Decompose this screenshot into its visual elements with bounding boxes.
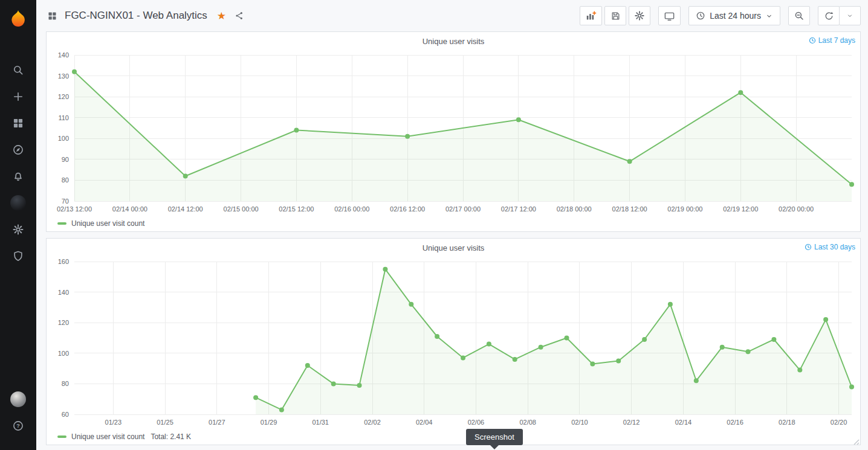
svg-text:90: 90 bbox=[62, 156, 69, 163]
user-avatar-image bbox=[10, 391, 26, 407]
svg-text:02/20: 02/20 bbox=[831, 419, 847, 426]
time-series-chart-30d[interactable]: 01/2301/2501/2701/2901/3102/0202/0402/06… bbox=[47, 257, 860, 429]
cycle-view-mode-button[interactable] bbox=[658, 6, 681, 25]
panel-legend: Unique user visit count Total: 2.41 K bbox=[47, 429, 860, 445]
search-icon[interactable] bbox=[0, 57, 36, 83]
svg-text:140: 140 bbox=[58, 289, 69, 296]
apps-icon bbox=[47, 11, 57, 21]
panel-time-range-link[interactable]: Last 7 days bbox=[809, 36, 855, 45]
main-area: FGC-NGINX01 - Web Analytics ★ bbox=[36, 0, 868, 450]
panel-header: Unique user visits Last 30 days bbox=[47, 239, 860, 257]
svg-text:100: 100 bbox=[58, 135, 69, 142]
svg-text:02/17 12:00: 02/17 12:00 bbox=[501, 205, 536, 213]
svg-text:02/06: 02/06 bbox=[468, 419, 485, 426]
svg-text:60: 60 bbox=[62, 411, 69, 418]
svg-text:80: 80 bbox=[62, 380, 69, 387]
time-picker-button[interactable]: Last 24 hours bbox=[688, 6, 780, 25]
svg-text:02/12: 02/12 bbox=[623, 419, 640, 426]
save-dashboard-button[interactable] bbox=[604, 6, 626, 25]
star-favorite-icon[interactable]: ★ bbox=[217, 11, 226, 21]
refresh-button[interactable] bbox=[818, 6, 840, 25]
svg-text:120: 120 bbox=[58, 319, 69, 326]
tv-icon bbox=[664, 10, 675, 22]
toolbar: Last 24 hours bbox=[580, 6, 861, 25]
svg-text:?: ? bbox=[16, 423, 20, 429]
svg-text:01/25: 01/25 bbox=[157, 419, 173, 426]
share-icon[interactable] bbox=[235, 11, 244, 21]
svg-text:02/19 00:00: 02/19 00:00 bbox=[667, 205, 702, 213]
legend-total: Total: 2.41 K bbox=[151, 432, 191, 441]
svg-text:02/02: 02/02 bbox=[364, 419, 381, 426]
svg-text:02/18: 02/18 bbox=[779, 419, 795, 426]
add-panel-icon bbox=[585, 10, 597, 22]
add-panel-button[interactable] bbox=[580, 6, 602, 25]
svg-text:02/15 12:00: 02/15 12:00 bbox=[279, 205, 314, 213]
panel-unique-user-visits-30d: Unique user visits Last 30 days 01/2301/… bbox=[46, 238, 861, 445]
grafana-app: ? FGC-NGINX01 - Web Analytics ★ bbox=[0, 0, 868, 450]
clock-icon bbox=[805, 243, 812, 251]
svg-text:02/20 00:00: 02/20 00:00 bbox=[779, 205, 814, 213]
svg-text:02/14: 02/14 bbox=[675, 419, 692, 426]
chart-container: 01/2301/2501/2701/2901/3102/0202/0402/06… bbox=[47, 257, 860, 429]
svg-text:01/27: 01/27 bbox=[209, 419, 225, 426]
clock-icon bbox=[696, 11, 705, 21]
zoom-out-button[interactable] bbox=[788, 6, 810, 25]
zoom-out-icon bbox=[794, 10, 805, 21]
panel-legend: Unique user visit count bbox=[47, 216, 860, 231]
legend-series-swatch bbox=[57, 436, 66, 438]
svg-text:02/18 12:00: 02/18 12:00 bbox=[612, 205, 647, 213]
dashboard-settings-button[interactable] bbox=[629, 6, 650, 25]
panel-title[interactable]: Unique user visits bbox=[423, 37, 485, 46]
org-avatar[interactable] bbox=[0, 190, 36, 216]
legend-series-label[interactable]: Unique user visit count bbox=[71, 432, 144, 441]
explore-compass-icon[interactable] bbox=[0, 137, 36, 163]
panel-time-range-text: Last 30 days bbox=[814, 243, 855, 251]
chevron-down-icon bbox=[765, 12, 773, 20]
panel-resize-handle[interactable] bbox=[852, 437, 860, 444]
dashboards-icon[interactable] bbox=[0, 110, 36, 137]
refresh-interval-dropdown[interactable] bbox=[839, 6, 861, 25]
panel-time-range-link[interactable]: Last 30 days bbox=[805, 243, 855, 251]
svg-text:02/18 00:00: 02/18 00:00 bbox=[557, 205, 592, 213]
dashboard-header: FGC-NGINX01 - Web Analytics ★ bbox=[36, 0, 868, 31]
svg-text:02/14 12:00: 02/14 12:00 bbox=[168, 205, 203, 213]
svg-text:160: 160 bbox=[58, 258, 69, 265]
svg-text:130: 130 bbox=[58, 72, 69, 80]
svg-text:120: 120 bbox=[58, 93, 69, 100]
chevron-down-icon bbox=[846, 12, 853, 19]
svg-text:140: 140 bbox=[58, 51, 69, 59]
panel-title[interactable]: Unique user visits bbox=[423, 243, 485, 252]
add-icon[interactable] bbox=[0, 83, 36, 110]
grafana-logo[interactable] bbox=[9, 5, 27, 31]
configuration-gear-icon[interactable] bbox=[0, 216, 36, 243]
help-icon[interactable]: ? bbox=[0, 413, 36, 439]
svg-text:02/04: 02/04 bbox=[416, 419, 433, 426]
time-series-chart-7d[interactable]: 02/13 12:0002/14 00:0002/14 12:0002/15 0… bbox=[47, 50, 860, 216]
screenshot-tooltip[interactable]: Screenshot bbox=[466, 429, 523, 445]
alerting-bell-icon[interactable] bbox=[0, 163, 36, 190]
svg-text:02/10: 02/10 bbox=[571, 419, 588, 426]
svg-text:70: 70 bbox=[62, 198, 69, 205]
user-avatar[interactable] bbox=[0, 386, 36, 413]
legend-series-label[interactable]: Unique user visit count bbox=[71, 219, 144, 228]
svg-text:02/13 12:00: 02/13 12:00 bbox=[57, 205, 92, 213]
svg-text:02/17 00:00: 02/17 00:00 bbox=[445, 205, 481, 213]
svg-text:02/19 12:00: 02/19 12:00 bbox=[723, 205, 758, 213]
dashboard-actions-group bbox=[580, 6, 650, 25]
svg-text:02/16 00:00: 02/16 00:00 bbox=[334, 205, 369, 213]
panel-time-range-text: Last 7 days bbox=[818, 36, 855, 45]
save-icon bbox=[611, 11, 621, 21]
panel-unique-user-visits-7d: Unique user visits Last 7 days 02/13 12:… bbox=[46, 31, 861, 232]
dashboard-title[interactable]: FGC-NGINX01 - Web Analytics bbox=[65, 10, 207, 22]
dashboard-grid: Unique user visits Last 7 days 02/13 12:… bbox=[36, 31, 868, 450]
refresh-icon bbox=[824, 11, 834, 21]
time-range-label: Last 24 hours bbox=[710, 11, 761, 21]
svg-text:02/16: 02/16 bbox=[727, 419, 743, 426]
svg-text:01/23: 01/23 bbox=[105, 419, 122, 426]
svg-text:02/08: 02/08 bbox=[519, 419, 536, 426]
legend-series-swatch bbox=[57, 222, 66, 225]
svg-text:01/29: 01/29 bbox=[261, 419, 277, 426]
svg-text:02/16 12:00: 02/16 12:00 bbox=[390, 205, 425, 213]
svg-text:110: 110 bbox=[58, 114, 69, 121]
server-admin-shield-icon[interactable] bbox=[0, 243, 36, 269]
